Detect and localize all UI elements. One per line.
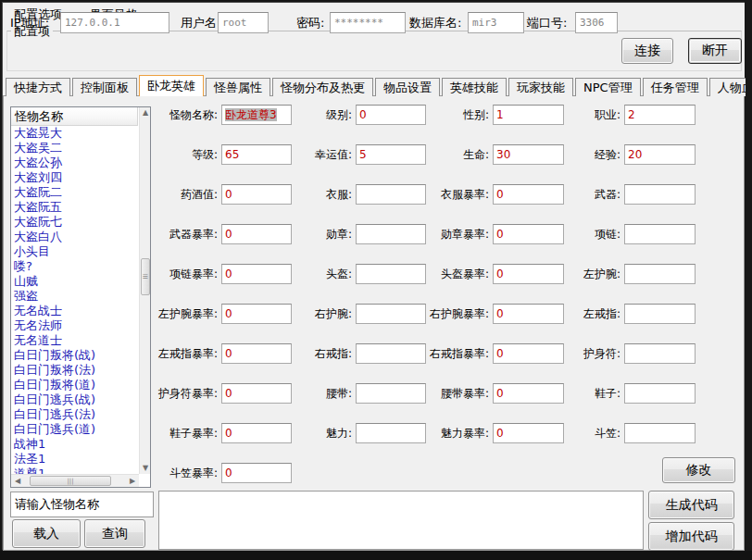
list-item[interactable]: 大盗阮七 — [11, 215, 139, 230]
list-item[interactable]: 无名法师 — [11, 318, 139, 333]
vertical-scrollbar[interactable]: ▲ ☰ ▼ — [139, 107, 150, 474]
field-input[interactable] — [356, 264, 426, 284]
database-input[interactable] — [468, 12, 524, 33]
field-label: 腰带: — [292, 383, 356, 404]
field-input[interactable]: 0 — [221, 264, 292, 284]
field-input[interactable] — [624, 264, 696, 284]
field-input[interactable] — [624, 224, 696, 244]
field-input[interactable]: 0 — [221, 423, 292, 443]
list-item[interactable]: 喽? — [11, 259, 139, 274]
field-input[interactable] — [624, 383, 696, 404]
list-item[interactable]: 大盗阮二 — [11, 185, 139, 200]
field-input[interactable] — [356, 224, 426, 244]
tab-8[interactable]: 玩家技能 — [508, 78, 573, 96]
query-button[interactable]: 查询 — [84, 519, 145, 548]
field-label: 右戒指: — [292, 343, 356, 364]
list-item[interactable]: 法圣1 — [11, 452, 139, 467]
scroll-right-icon[interactable]: ▶ — [127, 476, 138, 487]
field-input[interactable]: 0 — [221, 463, 292, 483]
field-input[interactable]: 20 — [624, 144, 696, 165]
list-item[interactable]: 强盗 — [11, 289, 139, 304]
field-label: 武器暴率: — [160, 224, 221, 244]
tab-1[interactable]: 快捷方式 — [6, 78, 70, 96]
monster-list-header[interactable]: 怪物名称 — [11, 107, 138, 126]
field-input[interactable]: 0 — [221, 304, 292, 324]
field-input[interactable]: 0 — [221, 224, 292, 244]
vertical-scrollbar-thumb[interactable]: ☰ — [141, 258, 150, 295]
list-item[interactable]: 无名道士 — [11, 333, 139, 348]
scroll-up-icon[interactable]: ▲ — [140, 107, 151, 118]
field-input[interactable]: 0 — [493, 224, 564, 244]
port-input[interactable] — [575, 12, 618, 33]
field-input[interactable]: 0 — [493, 423, 564, 443]
field-input[interactable]: 0 — [493, 264, 564, 284]
list-item[interactable]: 大盗阮五 — [11, 200, 139, 215]
list-item[interactable]: 白日门叛将(战) — [11, 348, 139, 363]
field-input[interactable]: 2 — [624, 105, 696, 125]
tab-9[interactable]: NPC管理 — [575, 78, 641, 96]
field-input[interactable] — [356, 423, 426, 443]
scroll-down-icon[interactable]: ▼ — [140, 463, 151, 474]
tab-10[interactable]: 任务管理 — [643, 78, 708, 96]
field-input[interactable] — [356, 343, 426, 364]
password-input[interactable] — [330, 12, 406, 33]
tab-7[interactable]: 英雄技能 — [442, 78, 507, 96]
field-input[interactable] — [624, 304, 696, 324]
list-item[interactable]: 大盗白八 — [11, 230, 139, 244]
field-input[interactable] — [624, 423, 696, 443]
disconnect-button[interactable]: 断开 — [688, 38, 742, 64]
field-input[interactable]: 0 — [221, 383, 292, 404]
list-item[interactable]: 小头目 — [11, 244, 139, 259]
horizontal-scrollbar-thumb[interactable]: ||| — [30, 476, 111, 486]
field-input[interactable]: 0 — [356, 105, 426, 125]
list-item[interactable]: 无名战士 — [11, 304, 139, 318]
field-input[interactable]: 0 — [221, 184, 292, 205]
ip-input[interactable] — [60, 12, 169, 33]
list-item[interactable]: 大盗晃大 — [11, 126, 139, 141]
list-item[interactable]: 白日门逃兵(道) — [11, 422, 139, 437]
field-input[interactable] — [624, 184, 696, 205]
list-item[interactable]: 白日门叛将(道) — [11, 378, 139, 392]
list-item[interactable]: 道尊1 — [11, 467, 139, 474]
list-item[interactable]: 白日门叛将(法) — [11, 363, 139, 378]
load-button[interactable]: 载入 — [12, 519, 81, 548]
tab-6[interactable]: 物品设置 — [375, 78, 440, 96]
field-input[interactable]: 0 — [221, 343, 292, 364]
field-input[interactable]: 1 — [493, 105, 564, 125]
horizontal-scrollbar[interactable]: ◀ ||| ▶ — [11, 474, 139, 487]
field-input[interactable]: 卧龙道尊3 — [221, 105, 292, 125]
field-input[interactable] — [356, 383, 426, 404]
field-input[interactable]: 0 — [493, 343, 564, 364]
list-item[interactable]: 白日门逃兵(战) — [11, 392, 139, 407]
list-item[interactable]: 山贼 — [11, 274, 139, 289]
tab-3[interactable]: 卧龙英雄 — [139, 75, 204, 96]
tab-5[interactable]: 怪物分布及热更 — [272, 78, 373, 96]
field-input[interactable] — [356, 304, 426, 324]
monster-name-search-input[interactable] — [10, 492, 154, 517]
generate-code-button[interactable]: 生成代码 — [648, 491, 734, 519]
field-input[interactable] — [624, 343, 696, 364]
field-input[interactable]: 5 — [356, 144, 426, 165]
list-item[interactable]: 白日门逃兵(法) — [11, 407, 139, 422]
field-input[interactable] — [356, 184, 426, 205]
field-input[interactable]: 0 — [493, 304, 564, 324]
field-input[interactable]: 30 — [493, 144, 564, 165]
modify-button[interactable]: 修改 — [662, 457, 735, 483]
code-output-area[interactable] — [158, 491, 644, 550]
tab-4[interactable]: 怪兽属性 — [206, 78, 270, 96]
list-item[interactable]: 大盗吴二 — [11, 141, 139, 156]
field-value: 0 — [225, 188, 232, 201]
field-input[interactable]: 0 — [493, 184, 564, 205]
list-item[interactable]: 战神1 — [11, 437, 139, 452]
add-code-button[interactable]: 增加代码 — [648, 522, 734, 551]
field-input[interactable]: 0 — [493, 383, 564, 404]
scroll-left-icon[interactable]: ◀ — [12, 476, 23, 487]
username-input[interactable] — [218, 12, 269, 33]
field-input[interactable]: 65 — [221, 144, 292, 165]
connect-button[interactable]: 连接 — [621, 38, 673, 64]
list-item[interactable]: 大盗公孙 — [11, 156, 139, 170]
field-label: 左戒指暴率: — [160, 343, 221, 364]
list-item[interactable]: 大盗刘四 — [11, 170, 139, 185]
tab-2[interactable]: 控制面板 — [72, 78, 137, 96]
port-label: 端口号: — [527, 12, 567, 33]
